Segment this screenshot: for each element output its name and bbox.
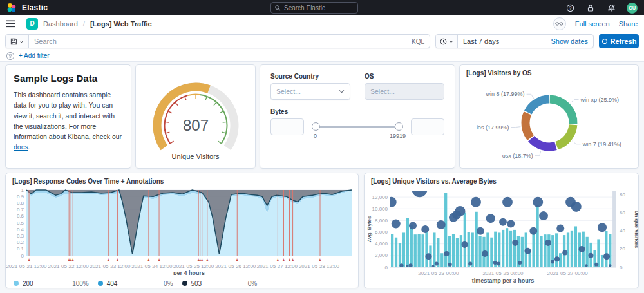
- sample-body: This dashboard contains sample data for …: [14, 90, 123, 153]
- source-country-label: Source Country: [270, 73, 350, 80]
- slider-max-value: 19919: [390, 133, 406, 139]
- svg-text:2021-05-25 12:00: 2021-05-25 12:00: [173, 263, 214, 269]
- bytes-label: Bytes: [270, 108, 444, 115]
- refresh-button[interactable]: Refresh: [599, 34, 639, 48]
- search-icon: [275, 5, 281, 11]
- response-codes-title: [Logs] Response Codes Over Time + Annota…: [6, 173, 358, 186]
- save-icon: [10, 38, 17, 45]
- breadcrumb-current: [Logs] Web Traffic: [90, 20, 152, 28]
- svg-text:★: ★: [115, 258, 119, 262]
- saved-query-menu-button[interactable]: [6, 35, 29, 48]
- svg-text:win 8 (17.99%): win 8 (17.99%): [486, 91, 525, 97]
- svg-text:★: ★: [71, 258, 75, 262]
- svg-text:?: ?: [569, 5, 571, 10]
- svg-text:2021-05-24 12:00: 2021-05-24 12:00: [131, 263, 173, 269]
- elastic-logo-icon[interactable]: [6, 3, 17, 13]
- visitors-by-os-title: [Logs] Visitors by OS: [460, 65, 638, 78]
- svg-text:★: ★: [200, 258, 204, 262]
- time-picker: Last 7 days Show dates: [435, 34, 594, 48]
- svg-text:0.2: 0.2: [17, 240, 24, 245]
- svg-text:60: 60: [620, 210, 625, 216]
- nav-bar: D Dashboard / [Logs] Web Traffic Full sc…: [0, 15, 644, 32]
- svg-text:2021-05-25 00:00: 2021-05-25 00:00: [482, 270, 524, 276]
- help-icon[interactable]: ?: [565, 3, 575, 13]
- gauge-label: Unique Visitors: [172, 153, 220, 160]
- docs-link[interactable]: docs: [14, 143, 28, 151]
- legend-item-200[interactable]: 200 100%: [14, 280, 98, 287]
- global-search-input[interactable]: Search Elastic: [270, 2, 358, 14]
- svg-text:2021-05-27 00:00: 2021-05-27 00:00: [547, 270, 589, 276]
- bytes-min-input[interactable]: [270, 118, 304, 135]
- legend-dot-200: [14, 281, 19, 286]
- kql-language-button[interactable]: KQL: [406, 38, 430, 45]
- svg-text:0: 0: [620, 265, 623, 270]
- time-picker-quick-menu-button[interactable]: [436, 35, 458, 48]
- svg-text:12,000: 12,000: [372, 194, 388, 200]
- svg-text:0.7: 0.7: [17, 207, 24, 213]
- search-input[interactable]: Search: [29, 37, 406, 45]
- control-os: OS Select...: [365, 73, 444, 100]
- svg-text:0.8: 0.8: [17, 200, 24, 206]
- os-select[interactable]: Select...: [365, 83, 444, 100]
- svg-text:win 7 (19.41%): win 7 (19.41%): [582, 141, 621, 147]
- kql-search-box: Search KQL: [5, 34, 430, 48]
- svg-text:6,000: 6,000: [375, 229, 388, 235]
- svg-text:★: ★: [318, 258, 322, 262]
- svg-text:2021-05-21 12:00: 2021-05-21 12:00: [6, 263, 47, 269]
- full-screen-button[interactable]: Full screen: [575, 20, 610, 28]
- alerts-bell-icon[interactable]: [606, 3, 616, 13]
- svg-text:★: ★: [281, 258, 285, 262]
- svg-text:80: 80: [620, 192, 625, 198]
- read-only-glasses-icon[interactable]: [553, 17, 566, 30]
- svg-text:per 4 hours: per 4 hours: [173, 270, 205, 275]
- svg-text:★: ★: [290, 258, 294, 262]
- svg-text:4,000: 4,000: [375, 241, 388, 247]
- svg-text:2021-05-23 00:00: 2021-05-23 00:00: [418, 270, 459, 276]
- control-source-country: Source Country Select...: [270, 73, 350, 100]
- add-filter-button[interactable]: + Add filter: [19, 52, 50, 59]
- bytes-max-input[interactable]: [411, 118, 444, 135]
- panel-unique-visitors-gauge: 807 Unique Visitors: [135, 64, 256, 169]
- lock-icon[interactable]: [585, 3, 596, 13]
- legend-dot-503: [182, 281, 187, 286]
- user-avatar[interactable]: GU: [627, 3, 638, 14]
- query-bar: Search KQL Last 7 days Show dates Refres…: [0, 32, 644, 50]
- control-bytes: Bytes 0 19919: [270, 108, 444, 135]
- legend-item-503[interactable]: 503 0%: [182, 280, 267, 287]
- time-range-value[interactable]: Last 7 days: [458, 37, 546, 45]
- svg-text:0.1: 0.1: [17, 246, 24, 252]
- svg-text:Unique Visitors: Unique Visitors: [634, 211, 639, 249]
- filter-icon[interactable]: [6, 52, 15, 61]
- panel-visitors-vs-bytes: [Logs] Unique Visitors vs. Average Bytes…: [364, 173, 639, 288]
- svg-text:★: ★: [235, 258, 239, 262]
- svg-text:2021-05-27 12:00: 2021-05-27 12:00: [257, 263, 298, 269]
- slider-handle-min[interactable]: [312, 122, 320, 131]
- visitors-by-os-donut-chart: win xp (25.9%)win 7 (19.41%)osx (18.7%)i…: [460, 78, 639, 167]
- svg-text:0.9: 0.9: [17, 194, 24, 200]
- share-button[interactable]: Share: [619, 20, 638, 28]
- show-dates-button[interactable]: Show dates: [546, 37, 593, 45]
- dashboard-canvas: Sample Logs Data This dashboard contains…: [0, 62, 644, 293]
- svg-text:2021-05-23 12:00: 2021-05-23 12:00: [90, 263, 131, 269]
- gauge-chart: 807: [138, 68, 254, 154]
- breadcrumb-dashboard[interactable]: Dashboard: [43, 20, 78, 28]
- breadcrumb-separator: /: [83, 20, 85, 28]
- source-country-select[interactable]: Select...: [270, 83, 350, 100]
- global-search-placeholder: Search Elastic: [284, 5, 325, 12]
- bytes-range-slider[interactable]: 0 19919: [312, 118, 403, 135]
- svg-text:osx (18.7%): osx (18.7%): [502, 153, 533, 159]
- svg-text:★: ★: [27, 258, 31, 262]
- svg-text:8,000: 8,000: [375, 218, 388, 223]
- filter-bar: + Add filter: [0, 50, 644, 62]
- chevron-down-icon: [449, 40, 453, 43]
- response-codes-legend: 200 100% 404 0% 503 0%: [6, 278, 358, 288]
- dashboard-badge[interactable]: D: [26, 18, 38, 30]
- visitors-vs-bytes-chart: 02,0004,0006,0008,00010,00012,0000204060…: [365, 186, 639, 287]
- svg-text:Avg. Bytes: Avg. Bytes: [366, 216, 372, 243]
- svg-text:2021-05-22 12:00: 2021-05-22 12:00: [48, 263, 90, 269]
- brand-name: Elastic: [22, 3, 48, 12]
- svg-text:★: ★: [106, 258, 110, 262]
- menu-hamburger-icon[interactable]: [6, 20, 15, 28]
- slider-handle-max[interactable]: [395, 122, 403, 131]
- legend-item-404[interactable]: 404 0%: [98, 280, 182, 287]
